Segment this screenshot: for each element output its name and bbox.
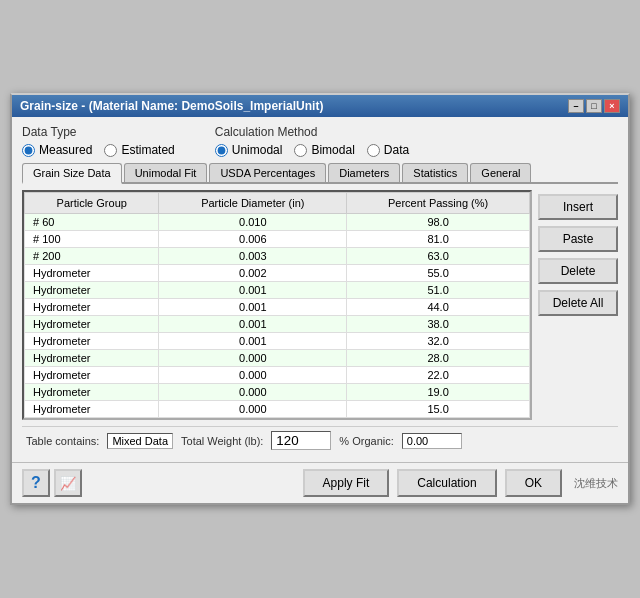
main-window: Grain-size - (Material Name: DemoSoils_I… xyxy=(10,93,630,505)
unimodal-label: Unimodal xyxy=(232,143,283,157)
col-header-percent-passing: Percent Passing (%) xyxy=(347,193,530,214)
measured-radio-item[interactable]: Measured xyxy=(22,143,92,157)
cell-particle-diameter: 0.000 xyxy=(159,367,347,384)
data-label: Data xyxy=(384,143,409,157)
cell-particle-group: Hydrometer xyxy=(25,350,159,367)
table-row[interactable]: Hydrometer0.00151.0 xyxy=(25,282,530,299)
unimodal-radio-item[interactable]: Unimodal xyxy=(215,143,283,157)
table-row[interactable]: Hydrometer0.00132.0 xyxy=(25,333,530,350)
bimodal-radio-item[interactable]: Bimodal xyxy=(294,143,354,157)
table-row[interactable]: Hydrometer0.00015.0 xyxy=(25,401,530,418)
total-weight-label: Total Weight (lb): xyxy=(181,435,263,447)
paste-button[interactable]: Paste xyxy=(538,226,618,252)
table-contains-value: Mixed Data xyxy=(107,433,173,449)
cell-particle-diameter: 0.001 xyxy=(159,282,347,299)
cell-percent-passing: 44.0 xyxy=(347,299,530,316)
table-row[interactable]: Hydrometer0.00022.0 xyxy=(25,367,530,384)
delete-button[interactable]: Delete xyxy=(538,258,618,284)
delete-all-button[interactable]: Delete All xyxy=(538,290,618,316)
table-contains-label: Table contains: xyxy=(26,435,99,447)
table-row[interactable]: Hydrometer0.00028.0 xyxy=(25,350,530,367)
table-row[interactable]: Hydrometer0.00255.0 xyxy=(25,265,530,282)
table-row[interactable]: Hydrometer0.00144.0 xyxy=(25,299,530,316)
cell-percent-passing: 55.0 xyxy=(347,265,530,282)
table-row[interactable]: # 1000.00681.0 xyxy=(25,231,530,248)
grain-size-table: Particle Group Particle Diameter (in) Pe… xyxy=(24,192,530,418)
tab-unimodal-fit[interactable]: Unimodal Fit xyxy=(124,163,208,182)
title-bar-buttons: – □ × xyxy=(568,99,620,113)
data-radio-item[interactable]: Data xyxy=(367,143,409,157)
cell-percent-passing: 32.0 xyxy=(347,333,530,350)
estimated-label: Estimated xyxy=(121,143,174,157)
cell-particle-group: Hydrometer xyxy=(25,282,159,299)
data-radio[interactable] xyxy=(367,144,380,157)
cell-percent-passing: 28.0 xyxy=(347,350,530,367)
data-type-section: Data Type Measured Estimated xyxy=(22,125,175,157)
close-button[interactable]: × xyxy=(604,99,620,113)
bimodal-radio[interactable] xyxy=(294,144,307,157)
dialog-content: Data Type Measured Estimated Calculation… xyxy=(12,117,628,462)
tab-general[interactable]: General xyxy=(470,163,531,182)
ok-button[interactable]: OK xyxy=(505,469,562,497)
cell-particle-group: Hydrometer xyxy=(25,384,159,401)
title-bar: Grain-size - (Material Name: DemoSoils_I… xyxy=(12,95,628,117)
cell-particle-group: Hydrometer xyxy=(25,316,159,333)
table-row[interactable]: Hydrometer0.00138.0 xyxy=(25,316,530,333)
cell-particle-diameter: 0.006 xyxy=(159,231,347,248)
cell-particle-diameter: 0.000 xyxy=(159,401,347,418)
cell-particle-group: # 200 xyxy=(25,248,159,265)
measured-label: Measured xyxy=(39,143,92,157)
table-row[interactable]: Hydrometer0.00019.0 xyxy=(25,384,530,401)
tab-diameters[interactable]: Diameters xyxy=(328,163,400,182)
col-header-particle-group: Particle Group xyxy=(25,193,159,214)
watermark-text: 沈维技术 xyxy=(574,476,618,491)
cell-particle-diameter: 0.001 xyxy=(159,333,347,350)
calc-method-section: Calculation Method Unimodal Bimodal Data xyxy=(215,125,409,157)
options-row: Data Type Measured Estimated Calculation… xyxy=(22,125,618,157)
cell-percent-passing: 19.0 xyxy=(347,384,530,401)
cell-particle-group: Hydrometer xyxy=(25,333,159,350)
chart-button[interactable]: 📈 xyxy=(54,469,82,497)
footer-main-buttons: Apply Fit Calculation OK 沈维技术 xyxy=(303,469,618,497)
cell-particle-diameter: 0.001 xyxy=(159,299,347,316)
measured-radio[interactable] xyxy=(22,144,35,157)
tab-usda-percentages[interactable]: USDA Percentages xyxy=(209,163,326,182)
tab-bar: Grain Size Data Unimodal Fit USDA Percen… xyxy=(22,163,618,184)
help-button[interactable]: ? xyxy=(22,469,50,497)
cell-particle-diameter: 0.010 xyxy=(159,214,347,231)
cell-percent-passing: 15.0 xyxy=(347,401,530,418)
minimize-button[interactable]: – xyxy=(568,99,584,113)
insert-button[interactable]: Insert xyxy=(538,194,618,220)
estimated-radio[interactable] xyxy=(104,144,117,157)
data-type-label: Data Type xyxy=(22,125,175,139)
unimodal-radio[interactable] xyxy=(215,144,228,157)
maximize-button[interactable]: □ xyxy=(586,99,602,113)
cell-particle-group: Hydrometer xyxy=(25,401,159,418)
total-weight-input[interactable] xyxy=(271,431,331,450)
cell-particle-diameter: 0.000 xyxy=(159,384,347,401)
cell-particle-group: Hydrometer xyxy=(25,265,159,282)
table-row[interactable]: # 600.01098.0 xyxy=(25,214,530,231)
footer: ? 📈 Apply Fit Calculation OK 沈维技术 xyxy=(12,462,628,503)
cell-percent-passing: 81.0 xyxy=(347,231,530,248)
tab-statistics[interactable]: Statistics xyxy=(402,163,468,182)
apply-fit-button[interactable]: Apply Fit xyxy=(303,469,390,497)
data-table-area: Particle Group Particle Diameter (in) Pe… xyxy=(22,190,532,420)
cell-percent-passing: 38.0 xyxy=(347,316,530,333)
bimodal-label: Bimodal xyxy=(311,143,354,157)
estimated-radio-item[interactable]: Estimated xyxy=(104,143,174,157)
cell-particle-group: Hydrometer xyxy=(25,299,159,316)
tab-grain-size-data[interactable]: Grain Size Data xyxy=(22,163,122,184)
organic-value: 0.00 xyxy=(402,433,462,449)
cell-particle-group: # 100 xyxy=(25,231,159,248)
cell-percent-passing: 51.0 xyxy=(347,282,530,299)
table-row[interactable]: # 2000.00363.0 xyxy=(25,248,530,265)
cell-particle-diameter: 0.002 xyxy=(159,265,347,282)
calculation-button[interactable]: Calculation xyxy=(397,469,496,497)
calc-method-radio-group: Unimodal Bimodal Data xyxy=(215,143,409,157)
cell-particle-diameter: 0.003 xyxy=(159,248,347,265)
data-type-radio-group: Measured Estimated xyxy=(22,143,175,157)
table-scroll[interactable]: Particle Group Particle Diameter (in) Pe… xyxy=(24,192,530,418)
main-area: Particle Group Particle Diameter (in) Pe… xyxy=(22,190,618,420)
cell-particle-group: Hydrometer xyxy=(25,367,159,384)
